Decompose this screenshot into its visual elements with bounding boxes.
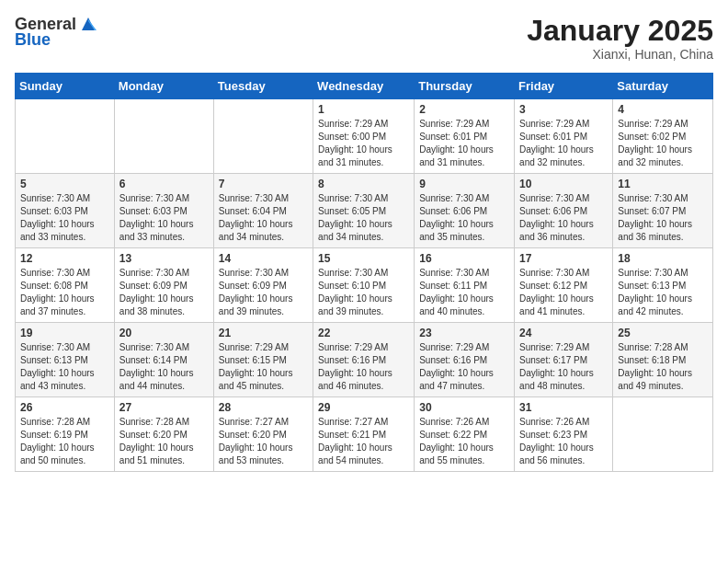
day-number: 17 — [519, 252, 608, 265]
calendar-cell: 11Sunrise: 7:30 AM Sunset: 6:07 PM Dayli… — [613, 174, 713, 248]
calendar-cell: 9Sunrise: 7:30 AM Sunset: 6:06 PM Daylig… — [415, 174, 515, 248]
day-info: Sunrise: 7:28 AM Sunset: 6:18 PM Dayligh… — [618, 341, 708, 393]
location: Xianxi, Hunan, China — [527, 47, 713, 62]
calendar-cell: 24Sunrise: 7:29 AM Sunset: 6:17 PM Dayli… — [515, 323, 613, 397]
day-number: 18 — [618, 252, 708, 265]
day-info: Sunrise: 7:29 AM Sunset: 6:16 PM Dayligh… — [318, 341, 409, 393]
day-number: 15 — [318, 252, 409, 265]
day-number: 2 — [419, 103, 509, 116]
calendar-cell: 8Sunrise: 7:30 AM Sunset: 6:05 PM Daylig… — [313, 174, 415, 248]
day-number: 13 — [119, 252, 209, 265]
day-info: Sunrise: 7:29 AM Sunset: 6:02 PM Dayligh… — [618, 118, 708, 169]
day-info: Sunrise: 7:30 AM Sunset: 6:06 PM Dayligh… — [419, 192, 509, 244]
page: General Blue January 2025 Xianxi, Hunan,… — [0, 0, 728, 487]
calendar-cell — [114, 99, 213, 174]
day-number: 23 — [419, 327, 509, 339]
day-info: Sunrise: 7:29 AM Sunset: 6:16 PM Dayligh… — [419, 341, 509, 393]
calendar-cell: 4Sunrise: 7:29 AM Sunset: 6:02 PM Daylig… — [613, 99, 713, 174]
day-number: 24 — [519, 327, 608, 339]
day-number: 22 — [318, 327, 409, 339]
day-number: 7 — [219, 178, 308, 190]
calendar-cell: 26Sunrise: 7:28 AM Sunset: 6:19 PM Dayli… — [16, 397, 115, 472]
weekday-header-saturday: Saturday — [613, 74, 713, 99]
day-info: Sunrise: 7:30 AM Sunset: 6:07 PM Dayligh… — [618, 192, 708, 244]
day-number: 5 — [20, 178, 109, 190]
day-info: Sunrise: 7:29 AM Sunset: 6:01 PM Dayligh… — [519, 118, 608, 169]
day-info: Sunrise: 7:30 AM Sunset: 6:03 PM Dayligh… — [20, 192, 109, 244]
calendar-cell: 25Sunrise: 7:28 AM Sunset: 6:18 PM Dayli… — [613, 323, 713, 397]
calendar-cell: 19Sunrise: 7:30 AM Sunset: 6:13 PM Dayli… — [16, 323, 115, 397]
day-info: Sunrise: 7:29 AM Sunset: 6:01 PM Dayligh… — [419, 118, 509, 169]
calendar-cell: 28Sunrise: 7:27 AM Sunset: 6:20 PM Dayli… — [213, 397, 313, 472]
day-info: Sunrise: 7:30 AM Sunset: 6:05 PM Dayligh… — [318, 192, 409, 244]
day-number: 20 — [119, 327, 209, 339]
logo-blue-text: Blue — [15, 30, 51, 50]
day-info: Sunrise: 7:30 AM Sunset: 6:04 PM Dayligh… — [219, 192, 308, 244]
day-info: Sunrise: 7:30 AM Sunset: 6:03 PM Dayligh… — [119, 192, 209, 244]
calendar-cell: 22Sunrise: 7:29 AM Sunset: 6:16 PM Dayli… — [313, 323, 415, 397]
day-number: 6 — [119, 178, 209, 190]
calendar-cell: 30Sunrise: 7:26 AM Sunset: 6:22 PM Dayli… — [415, 397, 515, 472]
calendar-cell: 18Sunrise: 7:30 AM Sunset: 6:13 PM Dayli… — [613, 248, 713, 323]
weekday-header-wednesday: Wednesday — [313, 74, 415, 99]
calendar-table: SundayMondayTuesdayWednesdayThursdayFrid… — [15, 73, 713, 472]
day-number: 14 — [219, 252, 308, 265]
day-number: 28 — [219, 401, 308, 414]
day-number: 21 — [219, 327, 308, 339]
day-number: 1 — [318, 103, 409, 116]
day-info: Sunrise: 7:27 AM Sunset: 6:21 PM Dayligh… — [318, 416, 409, 467]
day-info: Sunrise: 7:30 AM Sunset: 6:12 PM Dayligh… — [519, 267, 608, 318]
calendar-cell: 6Sunrise: 7:30 AM Sunset: 6:03 PM Daylig… — [114, 174, 213, 248]
calendar-cell: 2Sunrise: 7:29 AM Sunset: 6:01 PM Daylig… — [415, 99, 515, 174]
calendar-cell — [613, 397, 713, 472]
weekday-header-monday: Monday — [114, 74, 213, 99]
day-number: 29 — [318, 401, 409, 414]
logo-icon — [78, 14, 98, 34]
day-info: Sunrise: 7:30 AM Sunset: 6:13 PM Dayligh… — [618, 267, 708, 318]
day-number: 30 — [419, 401, 509, 414]
calendar-cell: 21Sunrise: 7:29 AM Sunset: 6:15 PM Dayli… — [213, 323, 313, 397]
day-info: Sunrise: 7:29 AM Sunset: 6:17 PM Dayligh… — [519, 341, 608, 393]
calendar-cell: 14Sunrise: 7:30 AM Sunset: 6:09 PM Dayli… — [213, 248, 313, 323]
day-number: 25 — [618, 327, 708, 339]
day-info: Sunrise: 7:30 AM Sunset: 6:10 PM Dayligh… — [318, 267, 409, 318]
day-info: Sunrise: 7:30 AM Sunset: 6:09 PM Dayligh… — [119, 267, 209, 318]
logo: General Blue — [15, 15, 98, 50]
header: General Blue January 2025 Xianxi, Hunan,… — [15, 15, 713, 62]
day-info: Sunrise: 7:30 AM Sunset: 6:11 PM Dayligh… — [419, 267, 509, 318]
weekday-header-tuesday: Tuesday — [213, 74, 313, 99]
week-row-3: 12Sunrise: 7:30 AM Sunset: 6:08 PM Dayli… — [16, 248, 713, 323]
day-number: 31 — [519, 401, 608, 414]
week-row-1: 1Sunrise: 7:29 AM Sunset: 6:00 PM Daylig… — [16, 99, 713, 174]
day-info: Sunrise: 7:30 AM Sunset: 6:13 PM Dayligh… — [20, 341, 109, 393]
calendar-cell — [16, 99, 115, 174]
month-title: January 2025 — [527, 15, 713, 47]
day-info: Sunrise: 7:30 AM Sunset: 6:08 PM Dayligh… — [20, 267, 109, 318]
calendar-cell: 27Sunrise: 7:28 AM Sunset: 6:20 PM Dayli… — [114, 397, 213, 472]
day-number: 12 — [20, 252, 109, 265]
day-number: 11 — [618, 178, 708, 190]
day-info: Sunrise: 7:28 AM Sunset: 6:20 PM Dayligh… — [119, 416, 209, 467]
weekday-header-sunday: Sunday — [16, 74, 115, 99]
calendar-cell: 15Sunrise: 7:30 AM Sunset: 6:10 PM Dayli… — [313, 248, 415, 323]
day-number: 4 — [618, 103, 708, 116]
title-block: January 2025 Xianxi, Hunan, China — [527, 15, 713, 62]
calendar-cell: 12Sunrise: 7:30 AM Sunset: 6:08 PM Dayli… — [16, 248, 115, 323]
calendar-cell: 13Sunrise: 7:30 AM Sunset: 6:09 PM Dayli… — [114, 248, 213, 323]
day-info: Sunrise: 7:26 AM Sunset: 6:23 PM Dayligh… — [519, 416, 608, 467]
day-info: Sunrise: 7:29 AM Sunset: 6:00 PM Dayligh… — [318, 118, 409, 169]
day-number: 16 — [419, 252, 509, 265]
weekday-header-thursday: Thursday — [415, 74, 515, 99]
day-number: 9 — [419, 178, 509, 190]
day-number: 3 — [519, 103, 608, 116]
day-info: Sunrise: 7:28 AM Sunset: 6:19 PM Dayligh… — [20, 416, 109, 467]
calendar-header-row: SundayMondayTuesdayWednesdayThursdayFrid… — [16, 74, 713, 99]
day-info: Sunrise: 7:30 AM Sunset: 6:14 PM Dayligh… — [119, 341, 209, 393]
day-number: 19 — [20, 327, 109, 339]
day-info: Sunrise: 7:26 AM Sunset: 6:22 PM Dayligh… — [419, 416, 509, 467]
calendar-cell: 5Sunrise: 7:30 AM Sunset: 6:03 PM Daylig… — [16, 174, 115, 248]
week-row-2: 5Sunrise: 7:30 AM Sunset: 6:03 PM Daylig… — [16, 174, 713, 248]
calendar-cell — [213, 99, 313, 174]
calendar-cell: 29Sunrise: 7:27 AM Sunset: 6:21 PM Dayli… — [313, 397, 415, 472]
day-number: 8 — [318, 178, 409, 190]
